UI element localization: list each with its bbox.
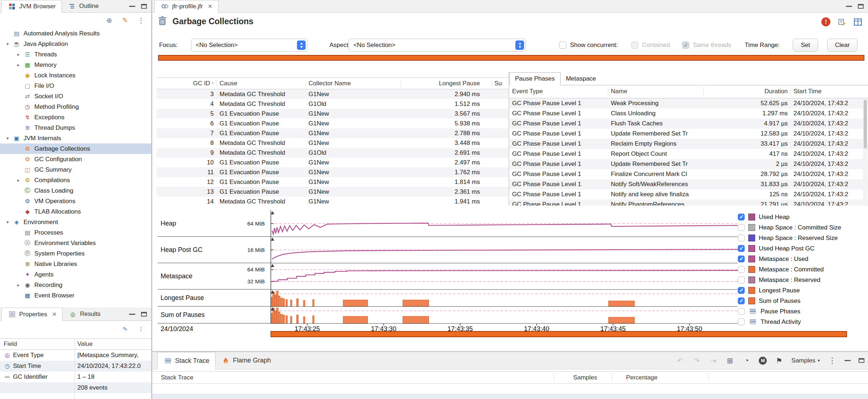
- phase-table-row[interactable]: GC Phase Pause Level 1Notify and keep al…: [509, 189, 868, 200]
- props-tab-properties[interactable]: Properties×: [1, 308, 63, 321]
- gc-table-row[interactable]: 9Metadata GC ThresholdG1Old2.691 ms: [157, 148, 509, 158]
- sidebar-item-jvm-internals[interactable]: ▾▣JVM Internals: [0, 133, 151, 143]
- phase-table-row[interactable]: GC Phase Pause Level 1Report Object Coun…: [509, 149, 868, 159]
- phase-table-row[interactable]: GC Phase Pause Level 1Notify PhantomRefe…: [509, 200, 868, 206]
- stack-tab-stack-trace[interactable]: Stack Trace: [157, 352, 216, 369]
- maximize-icon[interactable]: [858, 4, 864, 9]
- sidebar-sash[interactable]: [151, 0, 152, 399]
- gc-table-row[interactable]: 8Metadata GC ThresholdG1New3.448 ms: [157, 138, 509, 148]
- legend-checkbox[interactable]: [738, 224, 745, 231]
- legend-checkbox[interactable]: [738, 214, 745, 220]
- column-header-collector[interactable]: Collector Name: [309, 78, 351, 89]
- view-settings-icon[interactable]: [838, 18, 846, 26]
- close-icon[interactable]: ×: [52, 310, 56, 318]
- expanded-arrow-icon[interactable]: ▾: [3, 41, 12, 47]
- legend-item-longest-pause[interactable]: Longest Pause: [738, 285, 867, 296]
- collapsed-arrow-icon[interactable]: ▸: [14, 52, 23, 57]
- show-concurrent-checkbox[interactable]: [559, 42, 566, 49]
- properties-row[interactable]: 208 events: [0, 382, 151, 393]
- legend-item-heap-space-reserved-size[interactable]: Heap Space : Reserved Size: [738, 233, 867, 243]
- expanded-arrow-icon[interactable]: ▾: [3, 219, 12, 225]
- sidebar-item-lock-instances[interactable]: ◉Lock Instances: [0, 70, 151, 81]
- legend-item-used-heap[interactable]: Used Heap: [738, 212, 867, 222]
- column-header-sum[interactable]: Su: [494, 78, 502, 89]
- sidebar-item-exceptions[interactable]: ↯Exceptions: [0, 112, 151, 123]
- column-header-longest-pause[interactable]: Longest Pause: [397, 78, 480, 89]
- sidebar-item-tlab-allocations[interactable]: ◆TLAB Allocations: [0, 206, 151, 217]
- legend-checkbox[interactable]: [738, 266, 745, 273]
- column-header[interactable]: Field: [4, 339, 17, 349]
- menu-icon[interactable]: ⋮: [828, 356, 837, 365]
- phase-table-row[interactable]: GC Phase Pause Level 1Notify Soft/WeakRe…: [509, 179, 868, 189]
- legend-checkbox[interactable]: [738, 276, 745, 283]
- gc-table-row[interactable]: 11G1 Evacuation PauseG1New1.762 ms: [157, 167, 509, 177]
- sidebar-item-environment[interactable]: ▾◈Environment: [0, 217, 151, 227]
- export-icon[interactable]: ✎: [121, 326, 129, 332]
- contained-checkbox[interactable]: [631, 42, 638, 49]
- legend-item-pause-phases[interactable]: Pause Phases: [738, 306, 867, 317]
- phase-table-row[interactable]: GC Phase Pause Level 1Reclaim Empty Regi…: [509, 139, 868, 149]
- sidebar-item-environment-variables[interactable]: ⓧEnvironment Variables: [0, 238, 151, 248]
- legend-item-used-heap-post-gc[interactable]: Used Heap Post GC: [738, 243, 867, 254]
- column-header-percentage[interactable]: Percentage: [626, 372, 658, 383]
- time-range-selector[interactable]: [158, 55, 864, 61]
- phase-table-row[interactable]: GC Phase Pause Level 1Flush Task Caches4…: [509, 119, 868, 129]
- sidebar-item-memory[interactable]: ▸▦Memory: [0, 60, 151, 70]
- focus-dropdown[interactable]: <No Selection> ▲▼: [191, 39, 307, 52]
- maximize-icon[interactable]: [859, 358, 864, 363]
- phase-table-row[interactable]: GC Phase Pause Level 1Update Remembered …: [509, 159, 868, 169]
- props-tab-results[interactable]: ◎Results: [63, 308, 106, 321]
- sidebar-item-gc-summary[interactable]: ◫GC Summary: [0, 164, 151, 175]
- column-header[interactable]: Value: [77, 339, 93, 349]
- gc-table-row[interactable]: 4Metadata GC ThresholdG1Old1.512 ms: [157, 99, 509, 109]
- properties-row[interactable]: ≔GC Identifier1 – 18: [0, 372, 151, 382]
- gc-table-row[interactable]: 5G1 Evacuation PauseG1New3.567 ms: [157, 109, 509, 119]
- legend-checkbox[interactable]: [738, 308, 745, 315]
- sidebar-item-class-loading[interactable]: ⒸClass Loading: [0, 185, 151, 196]
- gc-table-row[interactable]: 7G1 Evacuation PauseG1New2.788 ms: [157, 128, 509, 138]
- scrollbar-thumb[interactable]: [864, 100, 867, 149]
- phase-table-row[interactable]: GC Phase Pause Level 1Finalize Concurren…: [509, 169, 868, 179]
- legend-checkbox[interactable]: [738, 287, 745, 294]
- sidebar-item-file-i-o[interactable]: ▢File I/O: [0, 81, 151, 91]
- column-header-samples[interactable]: Samples: [514, 372, 597, 383]
- sidebar-item-gc-configuration[interactable]: ⚙GC Configuration: [0, 154, 151, 164]
- expanded-arrow-icon[interactable]: ▾: [3, 136, 12, 141]
- sidebar-item-threads[interactable]: ▸☰Threads: [0, 49, 151, 60]
- legend-checkbox[interactable]: [738, 235, 745, 241]
- minimize-icon[interactable]: [844, 360, 851, 361]
- tab-pause-phases[interactable]: Pause Phases: [509, 72, 561, 85]
- sidebar-item-garbage-collections[interactable]: ♻Garbage Collections: [0, 143, 151, 154]
- sidebar-item-method-profiling[interactable]: ◷Method Profiling: [0, 102, 151, 112]
- sidebar-item-thread-dumps[interactable]: ≣Thread Dumps: [0, 123, 151, 133]
- minimize-icon[interactable]: [129, 314, 135, 315]
- properties-row[interactable]: ◎Event Type[Metaspace Summary,: [0, 350, 151, 361]
- menu-icon[interactable]: ⋮: [137, 326, 145, 332]
- legend-item-thread-activity[interactable]: Thread Activity: [738, 317, 867, 327]
- clock-group-icon[interactable]: ◔: [742, 356, 751, 365]
- menu-icon[interactable]: ⋮: [137, 16, 145, 25]
- prev-icon[interactable]: ↶: [676, 356, 684, 365]
- sidebar-item-processes[interactable]: ▤Processes: [0, 227, 151, 238]
- gc-table-row[interactable]: 13G1 Evacuation PauseG1New2.361 ms: [157, 187, 509, 197]
- chart-range-selector[interactable]: [271, 331, 847, 337]
- legend-checkbox[interactable]: [738, 256, 745, 262]
- legend-checkbox[interactable]: [738, 245, 745, 252]
- column-header-stack-trace[interactable]: Stack Trace: [161, 372, 193, 383]
- sidebar-item-recording[interactable]: ▸◉Recording: [0, 280, 151, 290]
- collapsed-arrow-icon[interactable]: ▸: [14, 282, 23, 288]
- next-icon[interactable]: ⇥: [709, 356, 718, 365]
- gc-table-row[interactable]: 12G1 Evacuation PauseG1New1.814 ms: [157, 177, 509, 187]
- column-header-event-type[interactable]: Event Type: [512, 85, 543, 98]
- column-header-cause[interactable]: Cause: [220, 78, 237, 89]
- legend-item-metaspace-used[interactable]: Metaspace : Used: [738, 254, 867, 264]
- stack-table-empty-row[interactable]: [152, 394, 868, 399]
- minimize-icon[interactable]: [846, 6, 852, 7]
- redo-icon[interactable]: ↷: [692, 356, 701, 365]
- table-settings-icon[interactable]: [854, 18, 862, 26]
- gc-table-row[interactable]: 14Metadata GC ThresholdG1New1.941 ms: [157, 197, 509, 206]
- properties-row[interactable]: ◷Start Time24/10/2024, 17:43:22.0: [0, 361, 151, 372]
- minimize-icon[interactable]: [129, 6, 135, 7]
- time-range-set-button[interactable]: Set: [793, 39, 818, 52]
- stack-tab-flame-graph[interactable]: Flame Graph: [216, 352, 277, 369]
